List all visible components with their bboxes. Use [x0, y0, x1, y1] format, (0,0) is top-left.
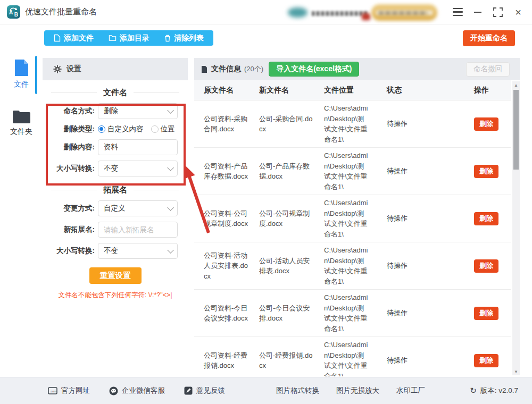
delete-row-button[interactable]: 删除	[474, 165, 498, 178]
file-table-header-row: 原文件名 新文件名 文件位置 状态 操作	[194, 80, 511, 100]
website-icon: .com	[48, 387, 57, 394]
image-format-convert-label: 图片格式转换	[276, 386, 319, 395]
delete-row-button[interactable]: 删除	[474, 212, 498, 225]
toolbar: 添加文件 添加目录 清除列表 开始重命名	[0, 24, 532, 52]
status-cell: 待操作	[379, 213, 446, 224]
table-row: 公司资料-今日会议安排.docx 公司-今日会议安排.docx C:\Users…	[194, 290, 511, 337]
chevron-down-icon	[167, 107, 174, 114]
column-header-old-name: 原文件名	[204, 86, 259, 95]
file-panel: 文件信息 (20个) 导入文件名(excel格式) 命名撤回 原文件名 新文件名…	[194, 58, 520, 376]
file-info-icon	[201, 65, 207, 73]
radio-position[interactable]	[151, 125, 159, 133]
change-method-row: 变更方式: 自定义	[50, 200, 180, 216]
active-tab-indicator	[35, 56, 37, 94]
table-scrollbar[interactable]: ▲ ▼	[512, 81, 520, 375]
file-icon	[14, 59, 29, 77]
filename-case-row: 大小写转换: 不变	[50, 161, 180, 176]
filename-case-value: 不变	[104, 164, 118, 173]
official-site-link[interactable]: .com 官方网址	[48, 386, 90, 395]
window-controls: ×	[450, 0, 526, 24]
file-location-cell: C:\Users\admin\Desktop\测试文件\文件重命名1\	[324, 340, 379, 376]
wechat-service-link[interactable]: 企业微信客服	[109, 386, 165, 395]
file-panel-header: 文件信息 (20个) 导入文件名(excel格式) 命名撤回	[194, 58, 520, 80]
add-file-icon	[54, 34, 61, 42]
scrollbar-up-icon[interactable]: ▲	[514, 81, 518, 89]
radio-position-label[interactable]: 位置	[161, 124, 175, 134]
scrollbar-thumb[interactable]	[513, 90, 519, 170]
file-table-body: 公司资料-采购合同.docx 公司-采购合同.docx C:\Users\adm…	[194, 100, 511, 376]
delete-row-button[interactable]: 删除	[474, 117, 498, 131]
add-file-button[interactable]: 添加文件	[46, 30, 101, 46]
extension-case-label: 大小写转换:	[50, 246, 95, 256]
footer: .com 官方网址 企业微信客服 意见反馈 图片格式转换 图片无损放大	[0, 377, 532, 404]
version-area[interactable]: ↻ 版本: v2.0.7	[470, 386, 518, 395]
old-filename-cell: 公司资料-产品库存数据.docx	[204, 161, 259, 182]
old-filename-cell: 公司资料-采购合同.docx	[204, 114, 259, 134]
redacted-badge	[362, 13, 370, 20]
file-location-cell: C:\Users\admin\Desktop\测试文件\文件重命名1\	[324, 292, 379, 334]
status-cell: 待操作	[379, 119, 446, 129]
wechat-service-label: 企业微信客服	[122, 386, 165, 395]
image-lossless-upscale-link[interactable]: 图片无损放大	[336, 386, 379, 395]
scrollbar-down-icon[interactable]: ▼	[514, 368, 518, 375]
radio-custom-content-label[interactable]: 自定义内容	[107, 124, 144, 134]
extension-case-value: 不变	[104, 246, 118, 256]
status-cell: 待操作	[379, 260, 446, 271]
new-extension-input[interactable]	[98, 222, 178, 238]
status-cell: 待操作	[379, 355, 446, 366]
change-method-select[interactable]: 自定义	[98, 200, 178, 216]
extension-case-row: 大小写转换: 不变	[50, 243, 180, 259]
filename-case-label: 大小写转换:	[50, 164, 95, 173]
sidebar-item-files-label: 文件	[14, 80, 29, 89]
reset-settings-button[interactable]: 重置设置	[89, 267, 142, 284]
old-filename-cell: 公司资料-今日会议安排.docx	[204, 303, 259, 324]
redacted-account-text	[312, 11, 367, 16]
start-rename-button[interactable]: 开始重命名	[463, 30, 515, 46]
feedback-link[interactable]: 意见反馈	[184, 386, 225, 395]
maximize-button[interactable]	[491, 5, 505, 20]
rename-undo-button[interactable]: 命名撤回	[466, 62, 510, 77]
delete-type-options: 自定义内容 位置	[98, 124, 175, 134]
column-header-new-name: 新文件名	[259, 86, 324, 95]
file-location-cell: C:\Users\admin\Desktop\测试文件\文件重命名1\	[324, 150, 379, 192]
old-filename-cell: 公司资料-公司规章制度.docx	[204, 208, 259, 229]
add-directory-button[interactable]: 添加目录	[101, 30, 157, 46]
version-label: 版本: v2.0.7	[480, 386, 518, 395]
clear-list-button[interactable]: 清除列表	[157, 30, 211, 46]
app-logo-arrow	[9, 6, 19, 13]
sidebar-item-folders[interactable]: 文件夹	[0, 89, 43, 137]
clear-list-label: 清除列表	[174, 33, 204, 43]
close-icon: ×	[515, 7, 521, 18]
delete-row-button[interactable]: 删除	[474, 307, 498, 320]
delete-row-button[interactable]: 删除	[474, 259, 498, 273]
minimize-button[interactable]	[470, 5, 485, 20]
add-directory-label: 添加目录	[120, 33, 149, 43]
file-location-cell: C:\Users\admin\Desktop\测试文件\文件重命名1\	[324, 103, 379, 145]
naming-method-select[interactable]: 删除	[98, 103, 178, 119]
image-format-convert-link[interactable]: 图片格式转换	[276, 386, 319, 395]
filename-case-select[interactable]: 不变	[98, 161, 178, 176]
settings-header: 设置	[43, 58, 188, 80]
wechat-service-icon	[109, 386, 118, 395]
redacted-avatar	[288, 7, 307, 18]
extension-case-select[interactable]: 不变	[98, 243, 178, 259]
file-info-title: 文件信息	[211, 64, 241, 74]
table-row: 公司资料-公司规章制度.docx 公司-公司规章制度.docx C:\Users…	[194, 195, 511, 242]
close-button[interactable]: ×	[511, 5, 526, 20]
clear-list-icon	[164, 35, 171, 42]
delete-row-button[interactable]: 删除	[474, 354, 498, 367]
redacted-vip-button[interactable]	[371, 4, 437, 21]
change-method-value: 自定义	[104, 204, 126, 213]
new-filename-cell: 公司-公司规章制度.docx	[259, 208, 324, 229]
naming-method-row: 命名方式: 删除	[50, 103, 180, 119]
minimize-icon	[474, 12, 481, 13]
chevron-down-icon	[167, 204, 174, 211]
menu-button[interactable]	[450, 5, 465, 20]
extension-section-title: 拓展名	[51, 185, 179, 195]
watermark-factory-link[interactable]: 水印工厂	[396, 386, 425, 395]
file-table: 原文件名 新文件名 文件位置 状态 操作 公司资料-采购合同.docx 公司-采…	[194, 80, 511, 376]
radio-custom-content[interactable]	[98, 125, 105, 133]
import-excel-button[interactable]: 导入文件名(excel格式)	[269, 62, 359, 77]
delete-content-input[interactable]	[98, 139, 178, 155]
table-row: 公司资料-采购合同.docx 公司-采购合同.docx C:\Users\adm…	[194, 100, 511, 148]
